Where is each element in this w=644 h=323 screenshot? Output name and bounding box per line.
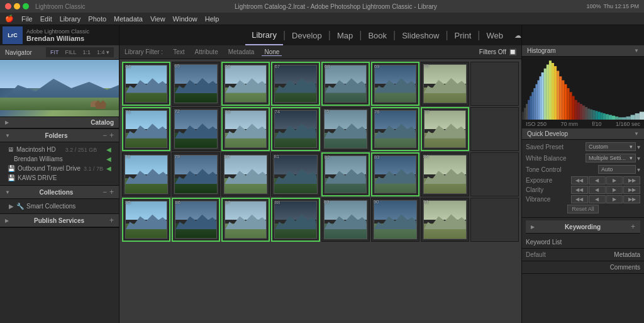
nav-map[interactable]: Map <box>331 25 359 45</box>
exposure-plus[interactable]: ▶ <box>606 176 623 184</box>
exposure-minus-large[interactable]: ◀◀ <box>571 176 588 184</box>
add-collection-btn[interactable]: + <box>109 188 114 196</box>
exposure-minus[interactable]: ◀ <box>589 176 606 184</box>
menu-item-help[interactable]: Help <box>205 15 219 23</box>
filter-toggle-icon[interactable]: 🔲 <box>509 48 516 55</box>
photo-thumbnail-72[interactable]: 72 <box>172 107 220 151</box>
vibrance-minus-large[interactable]: ◀◀ <box>571 195 588 203</box>
menu-item-photo[interactable]: Photo <box>88 15 106 23</box>
navigator-header[interactable]: Navigator FIT FILL 1:1 1:4 ▾ <box>0 45 119 60</box>
nav-print[interactable]: Print <box>448 25 478 45</box>
photo-thumbnail-67[interactable]: 67 <box>271 62 319 106</box>
vibrance-plus[interactable]: ▶ <box>606 195 623 203</box>
photo-thumbnail-85[interactable]: 85 <box>122 198 170 242</box>
close-button[interactable] <box>5 3 11 9</box>
filter-tab-attribute[interactable]: Attribute <box>192 48 220 56</box>
nav-library[interactable]: Library <box>245 25 283 45</box>
photo-thumbnail-blank3[interactable] <box>470 152 519 196</box>
white-balance-value[interactable]: Multiple Setti... ▾ <box>586 154 636 162</box>
zoom-fit[interactable]: FIT <box>48 48 61 56</box>
catalog-header[interactable]: ▶ Catalog <box>0 117 119 128</box>
photo-thumbnail-68[interactable]: 68 <box>321 62 370 106</box>
photo-thumbnail-71[interactable]: 71 <box>122 107 170 151</box>
photo-thumbnail-79[interactable]: 79 <box>172 152 220 196</box>
menu-item-window[interactable]: Window <box>173 15 197 23</box>
photo-thumbnail-82[interactable]: 82 <box>321 152 370 196</box>
comments-link[interactable]: Comments <box>610 264 640 271</box>
photo-thumbnail-89[interactable]: 89 <box>321 198 370 242</box>
remove-collection-btn[interactable]: − <box>103 188 107 196</box>
collections-header[interactable]: ▼ Collections − + <box>0 186 119 199</box>
window-controls[interactable]: Lightroom Classic <box>5 3 85 10</box>
keywording-header[interactable]: ▶ Keywording + <box>526 220 640 234</box>
add-folder-btn[interactable]: + <box>109 131 114 140</box>
photo-thumbnail-81[interactable]: 81 <box>271 152 319 196</box>
smart-collections-item[interactable]: ▶ 🔧 Smart Collections <box>5 201 114 211</box>
clarity-plus[interactable]: ▶ <box>606 186 623 194</box>
photo-thumbnail-88[interactable]: 88 <box>271 198 319 242</box>
clarity-minus-large[interactable]: ◀◀ <box>571 186 588 194</box>
cloud-sync-icon[interactable]: ☁ <box>514 31 521 40</box>
metadata-link[interactable]: Metadata <box>614 251 640 258</box>
photo-thumbnail-blank4[interactable] <box>470 198 519 242</box>
quick-develop-header[interactable]: Quick Develop ▼ <box>522 128 644 140</box>
photo-thumbnail-77[interactable]: 77 <box>421 107 469 151</box>
minimize-button[interactable] <box>14 3 20 9</box>
photo-thumbnail-90[interactable]: 90 <box>371 198 419 242</box>
folder-kaws[interactable]: 💾 KAWS DRIVE <box>5 173 114 183</box>
publish-services-header[interactable]: ▶ Publish Services + <box>0 214 119 227</box>
menu-item-apple[interactable]: 🍎 <box>5 14 14 23</box>
photo-thumbnail-66[interactable]: 66 <box>221 62 270 106</box>
nav-book[interactable]: Book <box>362 25 393 45</box>
photo-thumbnail-86[interactable]: 86 <box>172 198 220 242</box>
nav-develop[interactable]: Develop <box>286 25 328 45</box>
filter-tab-metadata[interactable]: Metadata <box>226 48 257 56</box>
folders-header[interactable]: ▼ Folders − + <box>0 129 119 142</box>
vibrance-plus-large[interactable]: ▶▶ <box>623 195 640 203</box>
reset-all-button[interactable]: Reset All <box>567 205 599 213</box>
photo-thumbnail-73[interactable]: 73 <box>221 107 270 151</box>
photo-thumbnail-69[interactable]: 69 <box>371 62 419 106</box>
add-keyword-btn[interactable]: + <box>631 222 635 231</box>
photo-thumbnail-70[interactable]: 70 <box>421 62 469 106</box>
maximize-button[interactable] <box>23 3 29 9</box>
menu-item-view[interactable]: View <box>150 15 165 23</box>
photo-thumbnail-78[interactable]: 78 <box>122 152 170 196</box>
menu-item-library[interactable]: Library <box>60 15 81 23</box>
photo-thumbnail-91[interactable]: 91 <box>421 198 469 242</box>
filter-tab-text[interactable]: Text <box>170 48 187 56</box>
vibrance-minus[interactable]: ◀ <box>589 195 606 203</box>
photo-thumbnail-76[interactable]: 76 <box>371 107 419 151</box>
photo-thumbnail-65[interactable]: 65 <box>172 62 220 106</box>
photo-thumbnail-84[interactable]: 84 <box>421 152 469 196</box>
clarity-minus[interactable]: ◀ <box>589 186 606 194</box>
zoom-fill[interactable]: FILL <box>63 48 78 56</box>
folder-macintosh[interactable]: 🖥 Macintosh HD 3.2 / 251 GB ◀ <box>5 145 114 154</box>
photo-thumbnail-blank2[interactable] <box>470 107 519 151</box>
folder-brendan[interactable]: Brendan Williams ◀ <box>5 154 114 164</box>
photo-thumbnail-87[interactable]: 87 <box>221 198 270 242</box>
photo-thumbnail-75[interactable]: 75 <box>321 107 370 151</box>
menu-item-edit[interactable]: Edit <box>40 15 52 23</box>
photo-thumbnail-74[interactable]: 74 <box>271 107 319 151</box>
photo-thumbnail-blank[interactable] <box>470 62 519 106</box>
photo-thumbnail-83[interactable]: 83 <box>371 152 419 196</box>
folder-outbound[interactable]: 💾 Outbound Travel Drive 3.1 / 7B ◀ <box>5 164 114 173</box>
saved-preset-value[interactable]: Custom ▾ <box>586 142 636 151</box>
add-publish-btn[interactable]: + <box>109 216 114 225</box>
zoom-custom[interactable]: 1:4 ▾ <box>95 48 111 56</box>
exposure-plus-large[interactable]: ▶▶ <box>623 176 640 184</box>
tone-control-value[interactable]: Auto <box>598 165 636 174</box>
clarity-plus-large[interactable]: ▶▶ <box>623 186 640 194</box>
zoom-1to1[interactable]: 1:1 <box>80 48 92 56</box>
remove-folder-btn[interactable]: − <box>103 131 107 140</box>
photo-thumbnail-64[interactable]: 64 <box>122 62 170 106</box>
photo-grid[interactable]: 6465666768697071727374757677787980818283… <box>119 59 521 323</box>
menu-item-metadata[interactable]: Metadata <box>114 15 143 23</box>
nav-web[interactable]: Web <box>480 25 510 45</box>
filter-tab-none[interactable]: None <box>262 48 282 56</box>
nav-slideshow[interactable]: Slideshow <box>396 25 445 45</box>
photo-thumbnail-80[interactable]: 80 <box>221 152 270 196</box>
histogram-header[interactable]: Histogram ▼ <box>522 45 644 57</box>
menu-item-file[interactable]: File <box>21 15 33 23</box>
